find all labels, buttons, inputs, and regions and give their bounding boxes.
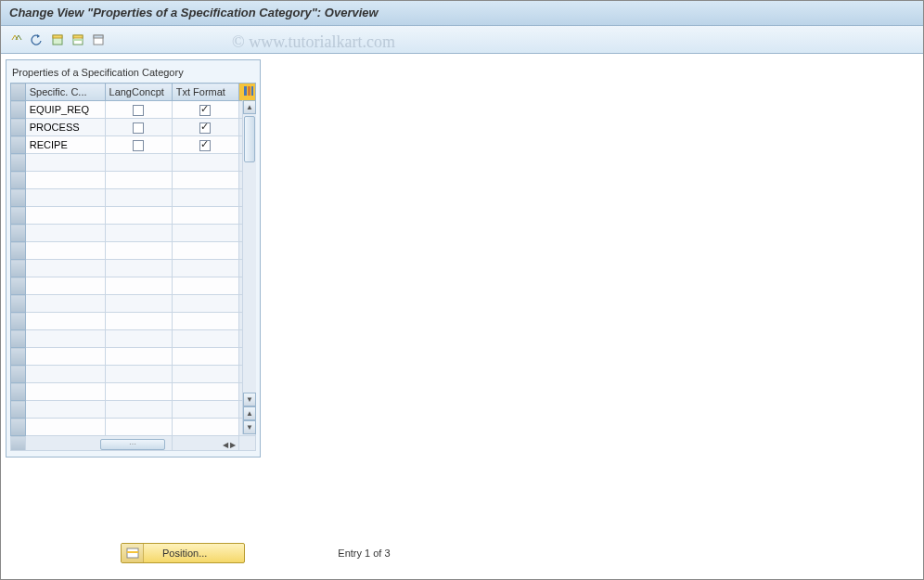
empty-cell[interactable]: [25, 419, 105, 436]
empty-cell[interactable]: [25, 383, 105, 401]
empty-cell[interactable]: [25, 348, 105, 366]
row-selector[interactable]: [11, 154, 26, 172]
scroll-right-icon[interactable]: ▶: [229, 441, 237, 449]
empty-cell[interactable]: [25, 172, 105, 189]
position-button[interactable]: Position...: [121, 543, 245, 563]
scroll-bottom2-icon[interactable]: ▼: [243, 420, 256, 434]
row-selector[interactable]: [11, 172, 26, 189]
empty-cell[interactable]: [105, 383, 172, 401]
empty-cell[interactable]: [105, 260, 172, 277]
checkbox[interactable]: [133, 122, 144, 134]
spec-cell[interactable]: RECIPE: [25, 136, 105, 154]
scroll-up-icon[interactable]: ▲: [243, 100, 256, 114]
empty-cell[interactable]: [105, 172, 172, 189]
empty-cell[interactable]: [172, 260, 238, 277]
empty-cell[interactable]: [105, 242, 172, 260]
undo-icon[interactable]: [28, 31, 46, 49]
empty-cell[interactable]: [172, 383, 238, 401]
empty-cell[interactable]: [25, 330, 105, 348]
empty-cell[interactable]: [25, 277, 105, 295]
table-settings-icon[interactable]: [238, 84, 255, 101]
empty-cell[interactable]: [172, 277, 238, 295]
empty-cell[interactable]: [105, 330, 172, 348]
empty-cell[interactable]: [25, 401, 105, 419]
empty-cell[interactable]: [105, 154, 172, 172]
lang-cell[interactable]: [105, 119, 172, 136]
row-selector[interactable]: [11, 260, 26, 277]
row-selector[interactable]: [11, 330, 26, 348]
scroll-track[interactable]: [243, 114, 256, 393]
row-selector[interactable]: [11, 207, 26, 225]
row-selector[interactable]: [11, 136, 26, 154]
row-selector[interactable]: [11, 313, 26, 330]
empty-cell[interactable]: [172, 154, 238, 172]
edit-icon[interactable]: [7, 31, 26, 49]
lang-cell[interactable]: [105, 136, 172, 154]
checkbox[interactable]: [199, 122, 211, 134]
checkbox[interactable]: [133, 140, 144, 151]
row-selector[interactable]: [11, 419, 26, 436]
row-selector[interactable]: [11, 295, 26, 313]
col-specific[interactable]: Specific. C...: [25, 84, 105, 101]
empty-cell[interactable]: [172, 295, 238, 313]
checkbox[interactable]: [199, 105, 211, 116]
row-selector[interactable]: [11, 189, 26, 207]
empty-cell[interactable]: [25, 225, 105, 242]
empty-cell[interactable]: [25, 242, 105, 260]
empty-cell[interactable]: [172, 172, 238, 189]
select-all-icon[interactable]: [48, 31, 67, 49]
row-selector[interactable]: [11, 348, 26, 366]
row-selector[interactable]: [11, 277, 26, 295]
empty-cell[interactable]: [105, 419, 172, 436]
empty-cell[interactable]: [172, 313, 238, 330]
col-txtformat[interactable]: Txt Format: [172, 84, 238, 101]
scroll-down-icon[interactable]: ▼: [243, 393, 256, 406]
row-selector[interactable]: [11, 242, 26, 260]
empty-cell[interactable]: [172, 401, 238, 419]
empty-cell[interactable]: [25, 313, 105, 330]
h-scroll-track[interactable]: ⋯: [25, 436, 172, 451]
empty-cell[interactable]: [105, 348, 172, 366]
checkbox[interactable]: [133, 105, 144, 116]
empty-cell[interactable]: [25, 260, 105, 277]
empty-cell[interactable]: [105, 366, 172, 383]
deselect-icon[interactable]: [89, 31, 108, 49]
checkbox[interactable]: [199, 140, 211, 151]
empty-cell[interactable]: [172, 419, 238, 436]
txt-cell[interactable]: [172, 101, 238, 119]
empty-cell[interactable]: [172, 207, 238, 225]
empty-cell[interactable]: [172, 225, 238, 242]
scroll-thumb[interactable]: [244, 116, 255, 162]
spec-cell[interactable]: PROCESS: [25, 119, 105, 136]
empty-cell[interactable]: [172, 242, 238, 260]
row-selector[interactable]: [11, 119, 26, 136]
empty-cell[interactable]: [172, 330, 238, 348]
empty-cell[interactable]: [172, 189, 238, 207]
empty-cell[interactable]: [105, 295, 172, 313]
row-selector[interactable]: [11, 401, 26, 419]
h-scroll-thumb[interactable]: ⋯: [100, 439, 165, 450]
empty-cell[interactable]: [105, 189, 172, 207]
empty-cell[interactable]: [172, 348, 238, 366]
empty-cell[interactable]: [172, 366, 238, 383]
scroll-bottom-icon[interactable]: ▲: [243, 406, 256, 420]
spec-cell[interactable]: EQUIP_REQ: [25, 101, 105, 119]
empty-cell[interactable]: [25, 189, 105, 207]
empty-cell[interactable]: [105, 313, 172, 330]
empty-cell[interactable]: [105, 277, 172, 295]
horizontal-scrollbar[interactable]: ⋯◀▶: [11, 436, 256, 451]
txt-cell[interactable]: [172, 136, 238, 154]
row-selector[interactable]: [11, 225, 26, 242]
row-selector[interactable]: [11, 366, 26, 383]
empty-cell[interactable]: [25, 154, 105, 172]
empty-cell[interactable]: [105, 401, 172, 419]
col-langconcpt[interactable]: LangConcpt: [105, 84, 172, 101]
txt-cell[interactable]: [172, 119, 238, 136]
row-selector[interactable]: [11, 383, 26, 401]
vertical-scrollbar[interactable]: ▲ ▼ ▲ ▼: [242, 100, 256, 434]
empty-cell[interactable]: [25, 366, 105, 383]
select-block-icon[interactable]: [69, 31, 87, 49]
empty-cell[interactable]: [25, 295, 105, 313]
row-selector[interactable]: [11, 101, 26, 119]
empty-cell[interactable]: [25, 207, 105, 225]
